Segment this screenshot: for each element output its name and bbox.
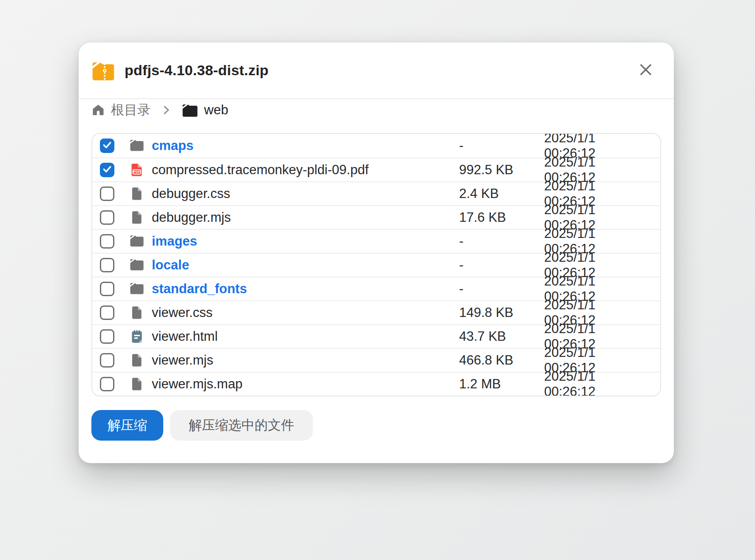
chevron-right-icon: [160, 104, 173, 116]
file-size: 992.5 KB: [459, 162, 544, 178]
extract-selected-button[interactable]: 解压缩选中的文件: [170, 410, 313, 441]
file-name: viewer.mjs: [152, 353, 459, 368]
dialog-header: pdfjs-4.10.38-dist.zip: [79, 42, 674, 99]
table-row: debugger.css 2.4 KB 2025/1/1 00:26:12: [92, 181, 660, 205]
row-checkbox[interactable]: [100, 353, 114, 368]
extract-all-button[interactable]: 解压缩: [91, 410, 163, 441]
check-icon: [102, 139, 113, 152]
file-table: cmaps - 2025/1/1 00:26:12 PDF compressed…: [91, 133, 661, 396]
table-row: debugger.mjs 17.6 KB 2025/1/1 00:26:12: [92, 205, 660, 229]
zip-folder-icon: [91, 61, 115, 80]
row-checkbox[interactable]: [100, 210, 114, 225]
zip-viewer-dialog: pdfjs-4.10.38-dist.zip 根目录: [79, 42, 674, 463]
table-row: viewer.mjs.map 1.2 MB 2025/1/1 00:26:12: [92, 372, 660, 396]
file-name: viewer.css: [152, 305, 459, 320]
table-row: viewer.css 149.8 KB 2025/1/1 00:26:12: [92, 300, 660, 324]
file-size: -: [459, 234, 544, 249]
file-size: 466.8 KB: [459, 353, 544, 368]
file-icon: [130, 187, 144, 201]
file-name: debugger.mjs: [152, 210, 459, 225]
row-checkbox[interactable]: [100, 258, 114, 272]
close-button[interactable]: [636, 61, 655, 80]
folder-icon: [130, 139, 144, 153]
file-icon: [130, 305, 144, 320]
file-size: 43.7 KB: [459, 329, 544, 344]
file-size: -: [459, 138, 544, 153]
home-icon: [91, 103, 105, 117]
dialog-footer: 解压缩 解压缩选中的文件: [91, 410, 661, 441]
file-size: -: [459, 281, 544, 297]
breadcrumb: 根目录 web: [91, 102, 661, 119]
folder-icon: [130, 282, 144, 296]
table-row: PDF compressed.tracemonkey-pldi-09.pdf 9…: [92, 158, 660, 181]
row-checkbox[interactable]: [100, 163, 114, 177]
table-row: viewer.html 43.7 KB 2025/1/1 00:26:12: [92, 324, 660, 348]
breadcrumb-current-label: web: [204, 102, 228, 118]
table-row: images - 2025/1/1 00:26:12: [92, 229, 660, 253]
file-name[interactable]: cmaps: [152, 138, 459, 153]
row-checkbox[interactable]: [100, 282, 114, 296]
folder-icon: [182, 103, 198, 117]
row-checkbox[interactable]: [100, 377, 114, 391]
breadcrumb-root[interactable]: 根目录: [91, 101, 150, 119]
row-checkbox[interactable]: [100, 305, 114, 320]
file-name: viewer.mjs.map: [152, 376, 459, 392]
file-name[interactable]: standard_fonts: [152, 281, 459, 297]
dialog-title: pdfjs-4.10.38-dist.zip: [125, 62, 269, 79]
html-file-icon: [130, 329, 144, 344]
file-icon: [130, 353, 144, 368]
file-name: debugger.css: [152, 186, 459, 201]
file-name: viewer.html: [152, 329, 459, 344]
file-size: 2.4 KB: [459, 186, 544, 201]
pdf-file-icon: PDF: [130, 163, 144, 177]
close-icon: [638, 62, 654, 79]
file-name[interactable]: images: [152, 234, 459, 249]
table-row: locale - 2025/1/1 00:26:12: [92, 253, 660, 277]
breadcrumb-current: web: [182, 102, 228, 118]
file-name: compressed.tracemonkey-pldi-09.pdf: [152, 162, 459, 178]
file-size: 149.8 KB: [459, 305, 544, 320]
svg-text:PDF: PDF: [133, 170, 140, 174]
row-checkbox[interactable]: [100, 329, 114, 344]
file-modified: 2025/1/1 00:26:12: [544, 369, 660, 396]
row-checkbox[interactable]: [100, 234, 114, 249]
file-name[interactable]: locale: [152, 257, 459, 273]
row-checkbox[interactable]: [100, 139, 114, 153]
row-checkbox[interactable]: [100, 187, 114, 201]
file-size: -: [459, 257, 544, 273]
breadcrumb-root-label: 根目录: [111, 101, 150, 119]
table-row: standard_fonts - 2025/1/1 00:26:12: [92, 277, 660, 300]
table-row: viewer.mjs 466.8 KB 2025/1/1 00:26:12: [92, 348, 660, 372]
file-icon: [130, 210, 144, 225]
folder-icon: [130, 258, 144, 272]
check-icon: [102, 164, 113, 176]
folder-icon: [130, 234, 144, 249]
file-size: 17.6 KB: [459, 210, 544, 225]
file-size: 1.2 MB: [459, 376, 544, 392]
table-row: cmaps - 2025/1/1 00:26:12: [92, 134, 660, 158]
file-icon: [130, 377, 144, 391]
